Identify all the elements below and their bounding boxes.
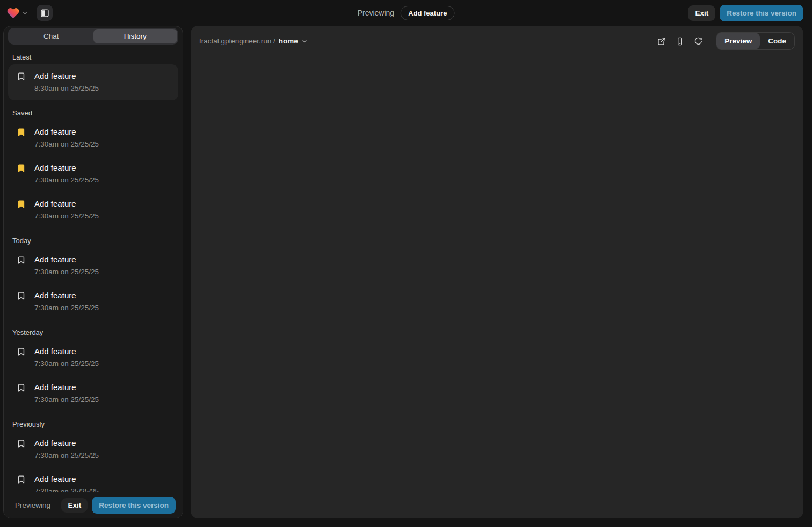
restore-version-button[interactable]: Restore this version <box>92 497 176 514</box>
bookmark-filled-icon <box>17 164 26 175</box>
bookmark-outline-icon <box>17 439 26 450</box>
bookmark-outline-icon <box>17 347 26 358</box>
version-item[interactable]: Add feature 7:30am on 25/25/25 <box>8 156 178 192</box>
exit-button[interactable]: Exit <box>61 498 88 513</box>
version-item[interactable]: Add feature 7:30am on 25/25/25 <box>8 376 178 412</box>
version-timestamp: 7:30am on 25/25/25 <box>34 450 99 461</box>
previewing-status: Previewing <box>358 9 394 17</box>
section-today: Today Add feature 7:30am on 25/25/25 Add… <box>8 237 178 320</box>
sidebar-toggle-button[interactable] <box>37 5 53 21</box>
exit-button[interactable]: Exit <box>688 5 715 21</box>
mobile-view-button[interactable] <box>672 33 688 49</box>
tab-chat[interactable]: Chat <box>9 29 93 43</box>
chevron-down-icon <box>22 10 28 16</box>
version-timestamp: 7:30am on 25/25/25 <box>34 358 99 369</box>
section-latest: Latest Add feature 8:30am on 25/25/25 <box>8 53 178 100</box>
bookmark-filled-icon <box>17 200 26 211</box>
chevron-down-icon <box>301 38 308 45</box>
version-title: Add feature <box>34 162 99 174</box>
section-yesterday: Yesterday Add feature 7:30am on 25/25/25… <box>8 328 178 412</box>
version-timestamp: 7:30am on 25/25/25 <box>34 303 99 313</box>
version-timestamp: 7:30am on 25/25/25 <box>34 175 99 186</box>
section-title: Saved <box>8 109 178 117</box>
version-title: Add feature <box>34 473 99 485</box>
bookmark-filled-icon <box>17 128 26 139</box>
preview-url-dropdown[interactable]: fractal.gptengineer.run / home <box>199 37 308 45</box>
version-item[interactable]: Add feature 7:30am on 25/25/25 <box>8 120 178 156</box>
version-item[interactable]: Add feature 7:30am on 25/25/25 <box>8 467 178 492</box>
version-item[interactable]: Add feature 7:30am on 25/25/25 <box>8 431 178 467</box>
bookmark-outline-icon <box>17 291 26 303</box>
bookmark-outline-icon <box>17 383 26 394</box>
mobile-device-icon <box>676 37 684 46</box>
view-mode-toggle: Preview Code <box>716 32 795 50</box>
version-title: Add feature <box>34 254 99 266</box>
version-timestamp: 7:30am on 25/25/25 <box>34 394 99 405</box>
section-title: Today <box>8 237 178 245</box>
version-item[interactable]: Add feature 7:30am on 25/25/25 <box>8 340 178 376</box>
refresh-icon <box>694 37 702 46</box>
version-title: Add feature <box>34 198 99 210</box>
version-title: Add feature <box>34 382 99 393</box>
sidebar-tabs: Chat History <box>8 28 178 45</box>
section-previously: Previously Add feature 7:30am on 25/25/2… <box>8 420 178 492</box>
version-item[interactable]: Add feature 7:30am on 25/25/25 <box>8 192 178 228</box>
section-saved: Saved Add feature 7:30am on 25/25/25 Add… <box>8 109 178 228</box>
previewing-status: Previewing <box>15 501 50 509</box>
preview-header: fractal.gptengineer.run / home <box>191 26 803 55</box>
tab-history[interactable]: History <box>93 29 178 43</box>
preview-panel: fractal.gptengineer.run / home <box>191 26 803 518</box>
version-item[interactable]: Add feature 8:30am on 25/25/25 <box>8 64 178 100</box>
topbar: Previewing Add feature Exit Restore this… <box>0 0 812 26</box>
version-title: Add feature <box>34 126 99 138</box>
version-timestamp: 7:30am on 25/25/25 <box>34 486 99 492</box>
bookmark-outline-icon <box>17 255 26 267</box>
open-external-button[interactable] <box>654 33 670 49</box>
external-link-icon <box>657 37 666 46</box>
version-title: Add feature <box>34 290 99 302</box>
version-item[interactable]: Add feature 7:30am on 25/25/25 <box>8 248 178 284</box>
tab-preview[interactable]: Preview <box>716 33 760 49</box>
sidebar-toggle-icon <box>40 9 49 18</box>
version-timestamp: 7:30am on 25/25/25 <box>34 267 99 277</box>
refresh-button[interactable] <box>690 33 706 49</box>
bookmark-outline-icon <box>17 72 26 83</box>
version-history-list: Latest Add feature 8:30am on 25/25/25 Sa… <box>4 45 183 492</box>
version-title: Add feature <box>34 70 99 82</box>
preview-viewport[interactable] <box>191 55 803 518</box>
preview-url-prefix: fractal.gptengineer.run / <box>199 37 276 45</box>
preview-url-page: home <box>279 37 298 45</box>
version-timestamp: 7:30am on 25/25/25 <box>34 211 99 222</box>
section-title: Latest <box>8 53 178 61</box>
tab-code[interactable]: Code <box>760 33 794 49</box>
version-title: Add feature <box>34 346 99 357</box>
version-timestamp: 7:30am on 25/25/25 <box>34 139 99 150</box>
version-item[interactable]: Add feature 7:30am on 25/25/25 <box>8 284 178 320</box>
lovable-heart-icon <box>6 6 20 20</box>
section-title: Previously <box>8 420 178 428</box>
app-logo-menu[interactable] <box>6 6 28 20</box>
version-title: Add feature <box>34 437 99 449</box>
version-badge[interactable]: Add feature <box>401 6 454 20</box>
bookmark-outline-icon <box>17 475 26 486</box>
section-title: Yesterday <box>8 328 178 336</box>
restore-version-button[interactable]: Restore this version <box>720 5 803 21</box>
history-sidebar: Chat History Latest Add feature 8:30am o… <box>3 26 183 518</box>
sidebar-footer: Previewing Exit Restore this version <box>4 492 183 518</box>
version-timestamp: 8:30am on 25/25/25 <box>34 83 99 94</box>
